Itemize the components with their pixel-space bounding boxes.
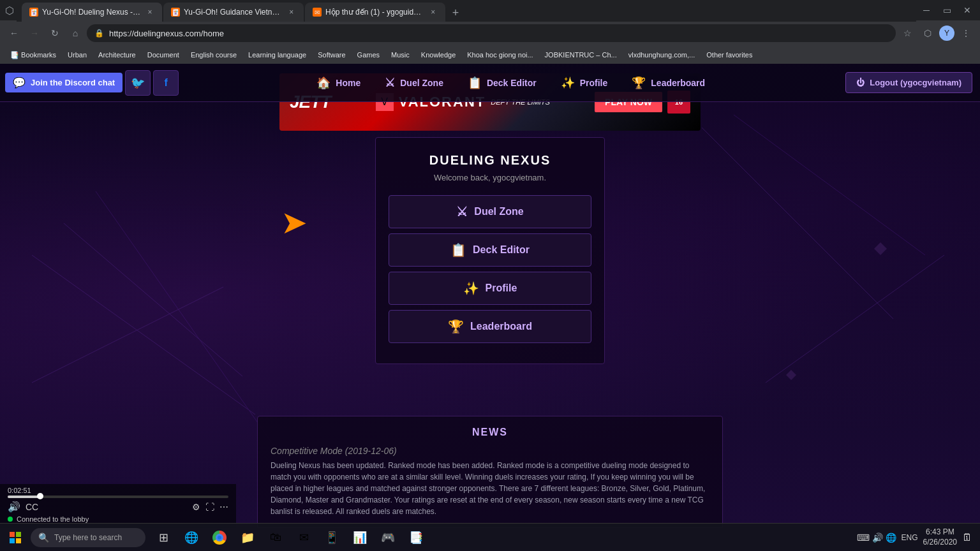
home-label: Home [336,78,360,88]
bookmark-urban[interactable]: Urban [63,48,92,62]
taskbar-search[interactable]: 🔍 Type here to search [31,528,145,547]
discord-label: Join the Discord chat [31,78,115,87]
address-bar[interactable]: 🔒 https://duelingnexus.com/home [87,24,896,42]
news-section: NEWS Competitive Mode (2019-12-06) Dueli… [257,416,723,528]
app-nav-center: 🏠 Home ⚔ Duel Zone 📋 Deck Editor ✨ Profi… [184,70,838,96]
progress-track[interactable] [8,496,228,498]
tab-3[interactable]: ✉ Hộp thư đến (1) - ygoguidance... × [305,3,445,22]
refresh-button[interactable]: ↻ [46,24,64,42]
tab-1[interactable]: 🃏 Yu-Gi-Oh! Dueling Nexus - Free... × [22,3,162,22]
tab-bar: 🃏 Yu-Gi-Oh! Dueling Nexus - Free... × 🃏 … [17,0,916,22]
svg-rect-12 [16,538,21,543]
forward-button[interactable]: → [26,24,43,42]
profile-btn-label: Profile [486,283,517,294]
profile-label: Profile [580,78,608,88]
facebook-button[interactable]: f [153,70,179,96]
address-text: https://duelingnexus.com/home [109,29,224,38]
nav-profile[interactable]: ✨ Profile [550,70,619,96]
lang-indicator: ENG [902,533,918,542]
taskbar-task-view[interactable]: ⊞ [151,525,176,550]
more-btn[interactable]: ⋯ [219,502,228,512]
home-button[interactable]: ⌂ [66,24,84,42]
duel-zone-btn-icon: ⚔ [456,204,468,219]
profile-icon: ✨ [561,76,575,90]
task-view-icon: ⊞ [159,531,168,545]
minimize-button[interactable]: ─ [919,3,934,18]
profile-button[interactable]: ✨ Profile [389,272,591,305]
search-placeholder: Type here to search [54,533,122,542]
back-button[interactable]: ← [5,24,23,42]
tab-1-favicon: 🃏 [29,8,38,17]
search-icon: 🔍 [38,533,49,543]
start-button[interactable] [0,524,31,552]
taskbar-mail[interactable]: ✉ [291,525,316,550]
discord-button[interactable]: 💬 Join the Discord chat [5,73,122,92]
media-controls: 🔊 CC ⚙ ⛶ ⋯ [8,501,228,513]
close-button[interactable]: ✕ [960,3,975,18]
duel-zone-button[interactable]: ⚔ Duel Zone [389,195,591,228]
deck-editor-button[interactable]: 📋 Deck Editor [389,233,591,267]
tab-2-close[interactable]: × [287,7,296,17]
powerpoint-icon: 📑 [409,531,423,545]
taskbar-chrome[interactable] [207,525,232,550]
logout-button[interactable]: ⏻ Logout (ygocgvietnam) [845,72,972,93]
edge-icon: 🌐 [184,531,198,545]
bookmark-job[interactable]: JOBKIENTRUC – Ch... [540,48,622,62]
bookmark-games[interactable]: Games [352,48,385,62]
progress-bar-area: 0:02:51 🔊 CC ⚙ ⛶ ⋯ Connected to the lobb… [0,484,236,528]
bookmark-english[interactable]: English course [186,48,242,62]
bookmark-khoa[interactable]: Khoa hoc giong noi... [462,48,538,62]
settings-btn[interactable]: ⚙ [192,502,200,512]
bookmark-bookmarks[interactable]: 📑 Bookmarks [5,48,61,62]
deck-editor-btn-icon: 📋 [450,242,466,258]
tab-3-close[interactable]: × [429,7,438,17]
nav-leaderboard[interactable]: 🏆 Leaderboard [621,70,716,96]
bookmark-star-icon[interactable]: ☆ [898,24,916,42]
chrome-icon [212,531,226,545]
extensions-icon[interactable]: ⬡ [919,24,937,42]
tab-3-favicon: ✉ [313,8,322,17]
taskbar-powerpoint[interactable]: 📑 [403,525,429,550]
arrow-decoration: ➤ [281,204,308,241]
title-bar: ⬡ 🃏 Yu-Gi-Oh! Dueling Nexus - Free... × … [0,0,980,20]
taskbar-office[interactable]: 📊 [347,525,373,550]
app-area: 💬 Join the Discord chat 🐦 f 🏠 Home ⚔ Due… [0,64,980,528]
nav-home[interactable]: 🏠 Home [306,70,371,96]
bookmark-document[interactable]: Document [142,48,184,62]
tab-2[interactable]: 🃏 Yu-Gi-Oh! Guidance Vietnam -... × [163,3,304,22]
subtitles-button[interactable]: CC [26,502,38,512]
bookmark-learning[interactable]: Learning language [243,48,311,62]
clock-date: 6/26/2020 [923,538,957,548]
bookmark-music[interactable]: Music [386,48,415,62]
taskbar-explorer[interactable]: 📁 [235,525,260,550]
action-center-icon[interactable]: 🗓 [962,532,972,543]
bookmark-vlxd[interactable]: vlxdhunghung.com,... [623,48,701,62]
tab-1-close[interactable]: × [145,7,154,17]
nav-duel-zone[interactable]: ⚔ Duel Zone [374,70,454,96]
taskbar-app9[interactable]: 🎮 [375,525,401,550]
store-icon: 🛍 [270,531,281,544]
status-text: Connected to the lobby [17,515,89,523]
leaderboard-button[interactable]: 🏆 Leaderboard [389,310,591,343]
bookmark-architecture[interactable]: Architecture [93,48,141,62]
bookmark-knowledge[interactable]: Knowledge [416,48,461,62]
more-options-icon[interactable]: ⋮ [957,24,975,42]
svg-rect-11 [10,538,15,543]
taskbar-store[interactable]: 🛍 [263,525,288,550]
duel-zone-label: Duel Zone [400,78,443,88]
bookmark-other[interactable]: Other favorites [701,48,757,62]
leaderboard-btn-icon: 🏆 [448,319,464,334]
nav-deck-editor[interactable]: 📋 Deck Editor [457,70,547,96]
tab-3-label: Hộp thư đến (1) - ygoguidance... [325,8,425,17]
taskbar-edge[interactable]: 🌐 [179,525,204,550]
account-icon[interactable]: Y [939,26,954,41]
bookmark-software[interactable]: Software [313,48,350,62]
taskbar-clock[interactable]: 6:43 PM 6/26/2020 [923,527,957,547]
new-tab-button[interactable]: + [447,4,464,22]
twitter-button[interactable]: 🐦 [125,70,151,96]
maximize-button[interactable]: ▭ [939,3,954,18]
taskbar-app7[interactable]: 📱 [319,525,345,550]
volume-button[interactable]: 🔊 [8,501,20,513]
leaderboard-btn-label: Leaderboard [470,321,532,332]
aspect-ratio-btn[interactable]: ⛶ [205,502,214,512]
